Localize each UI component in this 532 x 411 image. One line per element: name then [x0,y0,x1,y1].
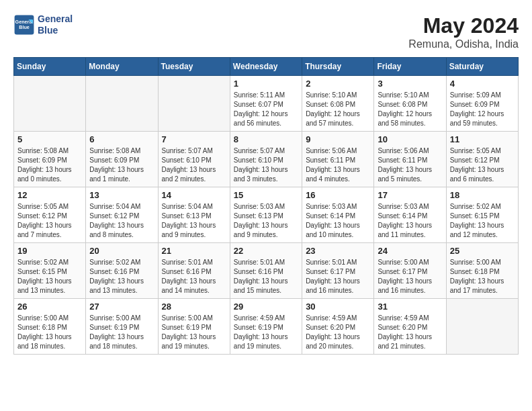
day-info: Sunrise: 5:07 AMSunset: 6:10 PMDaylight:… [162,146,226,184]
day-number: 11 [450,134,515,144]
weekday-header-wednesday: Wednesday [230,58,302,76]
day-info: Sunrise: 5:03 AMSunset: 6:14 PMDaylight:… [378,202,442,240]
header: General Blue General Blue May 2024 Remun… [13,13,519,50]
day-info: Sunrise: 5:00 AMSunset: 6:19 PMDaylight:… [89,314,154,351]
day-info: Sunrise: 5:00 AMSunset: 6:17 PMDaylight:… [378,258,442,295]
day-number: 29 [234,302,298,312]
day-number: 15 [234,190,298,200]
weekday-header-monday: Monday [86,58,158,76]
day-number: 1 [234,79,298,89]
day-number: 13 [89,190,154,200]
calendar-cell: 14Sunrise: 5:04 AMSunset: 6:13 PMDayligh… [158,187,230,243]
day-info: Sunrise: 5:02 AMSunset: 6:15 PMDaylight:… [17,258,82,295]
day-number: 26 [17,302,82,312]
calendar-cell: 16Sunrise: 5:03 AMSunset: 6:14 PMDayligh… [302,187,374,243]
day-info: Sunrise: 5:03 AMSunset: 6:13 PMDaylight:… [234,202,298,240]
weekday-header-row: SundayMondayTuesdayWednesdayThursdayFrid… [14,58,519,76]
calendar-cell: 11Sunrise: 5:05 AMSunset: 6:12 PMDayligh… [446,132,518,187]
logo: General Blue General Blue [13,13,73,36]
logo-line2: Blue [38,25,73,36]
calendar-cell: 22Sunrise: 5:01 AMSunset: 6:16 PMDayligh… [230,243,302,299]
day-info: Sunrise: 5:02 AMSunset: 6:16 PMDaylight:… [89,258,154,295]
svg-text:Blue: Blue [19,24,30,30]
day-info: Sunrise: 4:59 AMSunset: 6:19 PMDaylight:… [234,314,298,351]
day-number: 9 [306,134,370,144]
month-year: May 2024 [408,13,519,38]
week-row-5: 26Sunrise: 5:00 AMSunset: 6:18 PMDayligh… [14,299,519,355]
calendar-cell: 15Sunrise: 5:03 AMSunset: 6:13 PMDayligh… [230,187,302,243]
calendar-cell: 6Sunrise: 5:08 AMSunset: 6:09 PMDaylight… [86,132,158,187]
day-info: Sunrise: 5:00 AMSunset: 6:18 PMDaylight:… [450,258,515,295]
day-info: Sunrise: 4:59 AMSunset: 6:20 PMDaylight:… [378,314,442,351]
week-row-4: 19Sunrise: 5:02 AMSunset: 6:15 PMDayligh… [14,243,519,299]
day-info: Sunrise: 5:03 AMSunset: 6:14 PMDaylight:… [306,202,370,240]
weekday-header-saturday: Saturday [446,58,518,76]
day-number: 22 [234,246,298,256]
calendar-cell: 20Sunrise: 5:02 AMSunset: 6:16 PMDayligh… [86,243,158,299]
day-number: 5 [17,134,82,144]
calendar-cell: 30Sunrise: 4:59 AMSunset: 6:20 PMDayligh… [302,299,374,355]
calendar-cell: 26Sunrise: 5:00 AMSunset: 6:18 PMDayligh… [14,299,86,355]
calendar-cell: 4Sunrise: 5:09 AMSunset: 6:09 PMDaylight… [446,76,518,132]
day-number: 10 [378,134,442,144]
day-info: Sunrise: 5:02 AMSunset: 6:15 PMDaylight:… [450,202,515,240]
day-number: 18 [450,190,515,200]
calendar-cell: 8Sunrise: 5:07 AMSunset: 6:10 PMDaylight… [230,132,302,187]
day-number: 17 [378,190,442,200]
logo-text: General Blue [38,13,73,36]
day-number: 20 [89,246,154,256]
calendar-cell: 24Sunrise: 5:00 AMSunset: 6:17 PMDayligh… [374,243,446,299]
day-number: 2 [306,79,370,89]
calendar-cell: 23Sunrise: 5:01 AMSunset: 6:17 PMDayligh… [302,243,374,299]
calendar-cell [158,76,230,132]
week-row-1: 1Sunrise: 5:11 AMSunset: 6:07 PMDaylight… [14,76,519,132]
day-number: 27 [89,302,154,312]
day-number: 6 [89,134,154,144]
day-info: Sunrise: 5:11 AMSunset: 6:07 PMDaylight:… [234,91,298,128]
day-info: Sunrise: 5:08 AMSunset: 6:09 PMDaylight:… [17,146,82,184]
calendar-cell: 27Sunrise: 5:00 AMSunset: 6:19 PMDayligh… [86,299,158,355]
day-number: 25 [450,246,515,256]
calendar-cell: 2Sunrise: 5:10 AMSunset: 6:08 PMDaylight… [302,76,374,132]
calendar-cell: 12Sunrise: 5:05 AMSunset: 6:12 PMDayligh… [14,187,86,243]
day-number: 21 [162,246,226,256]
calendar-cell: 7Sunrise: 5:07 AMSunset: 6:10 PMDaylight… [158,132,230,187]
day-number: 4 [450,79,515,89]
day-info: Sunrise: 5:07 AMSunset: 6:10 PMDaylight:… [234,146,298,184]
day-info: Sunrise: 5:00 AMSunset: 6:19 PMDaylight:… [162,314,226,351]
calendar-cell: 19Sunrise: 5:02 AMSunset: 6:15 PMDayligh… [14,243,86,299]
day-number: 16 [306,190,370,200]
day-info: Sunrise: 5:06 AMSunset: 6:11 PMDaylight:… [378,146,442,184]
calendar: SundayMondayTuesdayWednesdayThursdayFrid… [13,57,519,355]
day-info: Sunrise: 5:09 AMSunset: 6:09 PMDaylight:… [450,91,515,128]
title-area: May 2024 Remuna, Odisha, India [408,13,519,50]
day-info: Sunrise: 5:10 AMSunset: 6:08 PMDaylight:… [306,91,370,128]
day-info: Sunrise: 5:08 AMSunset: 6:09 PMDaylight:… [89,146,154,184]
calendar-cell: 3Sunrise: 5:10 AMSunset: 6:08 PMDaylight… [374,76,446,132]
day-number: 8 [234,134,298,144]
weekday-header-friday: Friday [374,58,446,76]
calendar-cell: 25Sunrise: 5:00 AMSunset: 6:18 PMDayligh… [446,243,518,299]
calendar-cell [14,76,86,132]
weekday-header-tuesday: Tuesday [158,58,230,76]
logo-line1: General [38,13,73,25]
day-number: 12 [17,190,82,200]
calendar-cell: 29Sunrise: 4:59 AMSunset: 6:19 PMDayligh… [230,299,302,355]
day-info: Sunrise: 5:04 AMSunset: 6:12 PMDaylight:… [89,202,154,240]
calendar-cell [446,299,518,355]
day-number: 19 [17,246,82,256]
day-number: 14 [162,190,226,200]
day-number: 28 [162,302,226,312]
day-info: Sunrise: 4:59 AMSunset: 6:20 PMDaylight:… [306,314,370,351]
week-row-3: 12Sunrise: 5:05 AMSunset: 6:12 PMDayligh… [14,187,519,243]
day-info: Sunrise: 5:04 AMSunset: 6:13 PMDaylight:… [162,202,226,240]
calendar-cell: 31Sunrise: 4:59 AMSunset: 6:20 PMDayligh… [374,299,446,355]
day-info: Sunrise: 5:05 AMSunset: 6:12 PMDaylight:… [450,146,515,184]
day-number: 7 [162,134,226,144]
calendar-cell [86,76,158,132]
calendar-cell: 18Sunrise: 5:02 AMSunset: 6:15 PMDayligh… [446,187,518,243]
day-number: 31 [378,302,442,312]
day-info: Sunrise: 5:10 AMSunset: 6:08 PMDaylight:… [378,91,442,128]
calendar-cell: 13Sunrise: 5:04 AMSunset: 6:12 PMDayligh… [86,187,158,243]
calendar-cell: 17Sunrise: 5:03 AMSunset: 6:14 PMDayligh… [374,187,446,243]
